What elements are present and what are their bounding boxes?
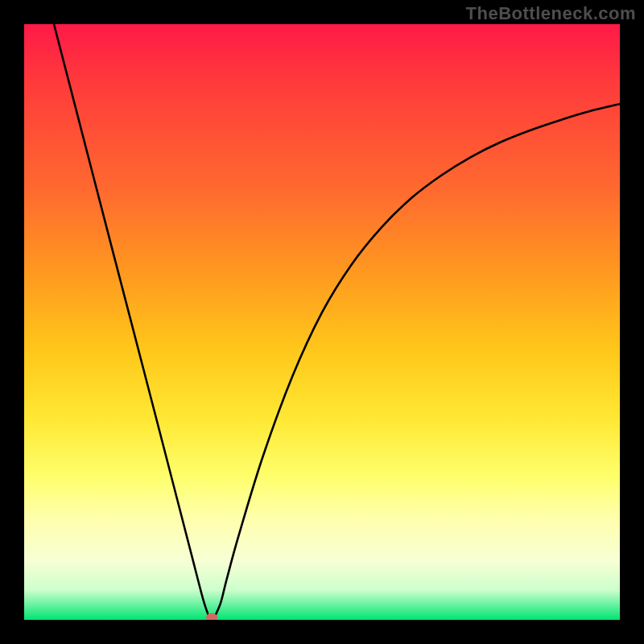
watermark-text: TheBottleneck.com bbox=[466, 3, 636, 24]
chart-stage: TheBottleneck.com bbox=[0, 0, 644, 644]
plot-inner bbox=[24, 24, 620, 620]
minimum-point-marker bbox=[206, 613, 217, 621]
plot-frame bbox=[24, 24, 620, 620]
bottleneck-curve-path bbox=[54, 24, 620, 618]
curve-svg bbox=[24, 24, 620, 620]
